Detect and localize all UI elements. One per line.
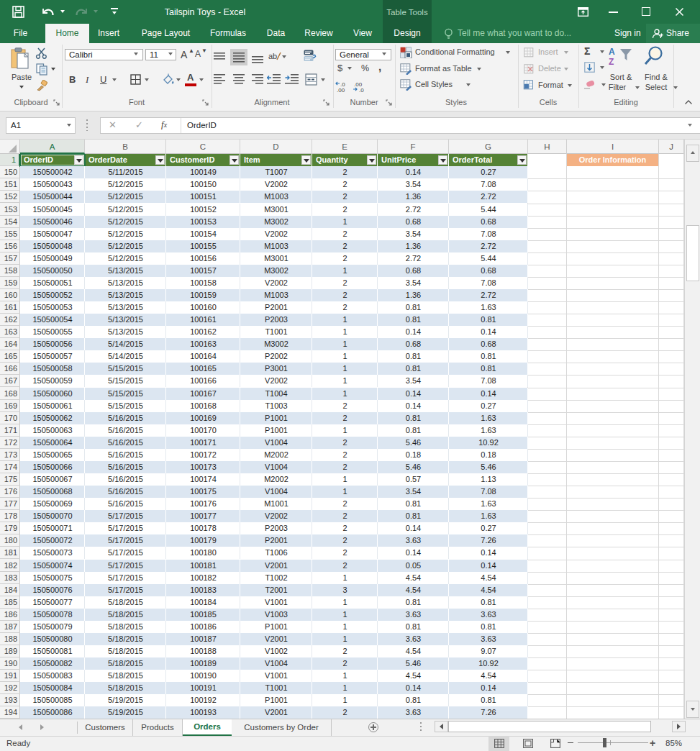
svg-text:ab: ab bbox=[268, 52, 277, 60]
svg-text:.0: .0 bbox=[359, 87, 364, 93]
svg-text:A: A bbox=[609, 47, 615, 57]
svg-text:Z: Z bbox=[609, 57, 614, 67]
svg-text:.00: .00 bbox=[337, 87, 345, 93]
